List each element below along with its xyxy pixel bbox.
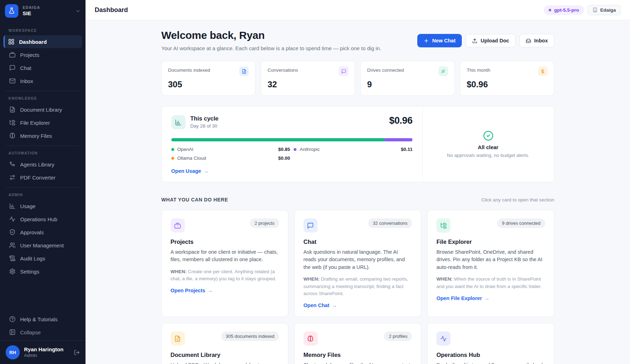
sidebar-item-help[interactable]: Help & Tutorials	[4, 313, 82, 325]
card-title: Memory Files	[304, 352, 412, 358]
card-when-hint: WHEN: When the source of truth is in Sha…	[436, 276, 545, 290]
message-square-icon	[9, 65, 16, 71]
sidebar-item-audit-logs[interactable]: Audit Logs	[4, 252, 82, 265]
card-when-hint: WHEN: Create one per client. Anything re…	[171, 268, 279, 283]
usage-cycle-card: This cycle Day 28 of 30 $0.96	[161, 106, 554, 182]
sidebar-item-projects[interactable]: Projects	[4, 48, 82, 61]
card-description: Ask questions in natural language. The A…	[304, 248, 412, 271]
card-operations-hub[interactable]: Operations Hub Pre-built multi-step work…	[427, 323, 554, 364]
user-role: Admin	[24, 353, 64, 359]
card-chat[interactable]: 32 conversations Chat Ask questions in n…	[294, 210, 421, 317]
legend-dot-icon	[171, 157, 174, 160]
card-file-explorer[interactable]: 9 drives connected File Explorer Browse …	[427, 210, 554, 317]
model-badge: gpt-5.5-pro	[544, 5, 584, 15]
arrow-right-icon: →	[332, 303, 337, 308]
sidebar-item-label: Memory Files	[20, 133, 52, 139]
scroll-text-icon	[9, 255, 16, 262]
sidebar-item-agents-library[interactable]: Agents Library	[4, 158, 82, 171]
card-description: A workspace for one client or initiative…	[171, 248, 279, 264]
arrow-right-icon: →	[208, 288, 213, 293]
open-chat-link[interactable]: Open Chat→	[304, 303, 337, 308]
arrow-right-icon: →	[204, 168, 209, 174]
logout-icon[interactable]	[74, 350, 80, 356]
sidebar-item-label: Inbox	[20, 78, 33, 84]
file-text-icon	[171, 331, 185, 346]
model-badge-label: gpt-5.5-pro	[554, 7, 579, 13]
stat-documents-indexed[interactable]: Documents indexed 305	[161, 61, 256, 96]
sidebar-item-label: Operations Hub	[20, 216, 57, 222]
stat-conversations[interactable]: Conversations 32	[261, 61, 355, 96]
status-dot-icon	[549, 9, 551, 11]
user-name: Ryan Harington	[24, 346, 64, 353]
open-file-explorer-link[interactable]: Open File Explorer→	[436, 295, 489, 301]
sidebar-item-pdf-converter[interactable]: PDF Converter	[4, 171, 82, 184]
usage-legend: OpenAI $0.85 Anthropic $0.11 Ollama Clou…	[171, 147, 413, 161]
usage-progress-bar	[171, 138, 413, 141]
sidebar-item-operations-hub[interactable]: Operations Hub	[4, 213, 82, 225]
upload-icon	[472, 38, 477, 43]
divider	[6, 91, 80, 91]
brain-icon	[304, 331, 318, 346]
quick-actions: New Chat Upload Doc Inbox	[417, 34, 554, 47]
plus-icon	[424, 38, 429, 43]
layout-grid-icon	[8, 39, 14, 45]
sidebar-item-label: Document Library	[20, 107, 62, 113]
sidebar-item-file-explorer[interactable]: File Explorer	[4, 116, 82, 129]
building-icon	[593, 7, 597, 12]
brain-icon	[9, 133, 16, 139]
cycle-total-spend: $0.96	[389, 115, 412, 126]
open-projects-link[interactable]: Open Projects→	[171, 288, 213, 293]
card-badge: 2 projects	[250, 218, 279, 228]
sidebar-footer: Help & Tutorials Collapse	[0, 312, 86, 340]
sidebar-item-label: Collapse	[20, 329, 41, 335]
legend-openai: OpenAI $0.85	[171, 147, 290, 152]
stat-label: Drives connected	[367, 66, 404, 73]
flask-logo-icon	[5, 4, 18, 18]
org-switcher[interactable]: EDAIGA SIE	[0, 0, 86, 22]
inbox-button[interactable]: Inbox	[519, 34, 554, 47]
new-chat-button[interactable]: New Chat	[417, 34, 462, 47]
sidebar-item-chat[interactable]: Chat	[4, 61, 82, 74]
open-usage-link[interactable]: Open Usage→	[171, 168, 209, 174]
help-circle-icon	[9, 316, 16, 322]
sidebar-collapse-button[interactable]: Collapse	[4, 326, 82, 339]
cycle-usage-panel: This cycle Day 28 of 30 $0.96	[162, 106, 422, 182]
activity-icon	[436, 331, 451, 346]
check-circle-icon	[483, 130, 494, 141]
sidebar-item-settings[interactable]: Settings	[4, 265, 82, 278]
sidebar-item-memory-files[interactable]: Memory Files	[4, 129, 82, 142]
card-description: Pre-built multi-step workflows — reconci…	[436, 362, 545, 364]
sidebar-nav: WORKSPACE Dashboard Projects Chat Inbox …	[0, 22, 86, 278]
sidebar-item-inbox[interactable]: Inbox	[4, 75, 82, 87]
sidebar-item-label: Agents Library	[20, 162, 54, 168]
nav-section-automation: AUTOMATION	[0, 147, 86, 158]
card-document-library[interactable]: 305 documents indexed Document Library U…	[161, 323, 288, 364]
nav-section-workspace: WORKSPACE	[0, 25, 86, 35]
stat-drives-connected[interactable]: Drives connected 9	[360, 61, 455, 96]
dollar-icon	[538, 66, 548, 76]
sidebar-item-label: File Explorer	[20, 120, 50, 126]
legend-dot-icon	[294, 148, 296, 151]
org-badge[interactable]: Edaiga	[588, 5, 621, 15]
stat-this-month[interactable]: This month $0.96	[460, 61, 554, 96]
sidebar-item-dashboard[interactable]: Dashboard	[4, 35, 82, 48]
arrows-right-left-icon	[9, 174, 16, 181]
welcome-section: Welcome back, Ryan Your AI workspace at …	[161, 29, 554, 51]
feature-cards-grid: 2 projects Projects A workspace for one …	[161, 210, 554, 364]
stat-value: $0.96	[467, 80, 548, 89]
welcome-subtitle: Your AI workspace at a glance. Each card…	[161, 45, 381, 51]
legend-ollama-cloud: Ollama Cloud $0.00	[171, 155, 290, 161]
card-projects[interactable]: 2 projects Projects A workspace for one …	[161, 210, 288, 317]
gear-icon	[9, 268, 16, 275]
card-memory-files[interactable]: 2 profiles Memory Files Short markdown p…	[294, 323, 421, 364]
welcome-title: Welcome back, Ryan	[161, 29, 381, 41]
upload-doc-button[interactable]: Upload Doc	[466, 34, 516, 47]
sidebar: EDAIGA SIE WORKSPACE Dashboard Projects …	[0, 0, 86, 364]
sidebar-item-document-library[interactable]: Document Library	[4, 103, 82, 116]
sidebar-item-usage[interactable]: Usage	[4, 200, 82, 212]
sidebar-item-approvals[interactable]: Approvals	[4, 226, 82, 239]
sidebar-item-user-management[interactable]: User Management	[4, 239, 82, 252]
stat-label: Documents indexed	[168, 66, 210, 73]
file-icon	[239, 66, 249, 76]
avatar: RH	[6, 345, 20, 359]
